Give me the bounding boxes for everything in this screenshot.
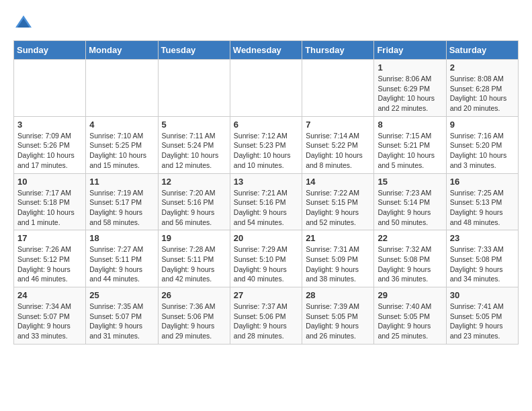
weekday-header: Wednesday — [230, 41, 302, 60]
calendar-cell — [86, 60, 158, 117]
day-number: 24 — [17, 290, 82, 300]
calendar-cell: 19Sunrise: 7:28 AM Sunset: 5:11 PM Dayli… — [158, 230, 230, 287]
calendar-cell: 30Sunrise: 7:41 AM Sunset: 5:05 PM Dayli… — [446, 287, 518, 345]
day-info: Sunrise: 7:22 AM Sunset: 5:15 PM Dayligh… — [306, 188, 370, 228]
calendar-week-row: 17Sunrise: 7:26 AM Sunset: 5:12 PM Dayli… — [14, 230, 519, 287]
calendar-cell — [302, 60, 374, 117]
calendar-cell: 12Sunrise: 7:20 AM Sunset: 5:16 PM Dayli… — [158, 173, 230, 230]
calendar-cell: 29Sunrise: 7:40 AM Sunset: 5:05 PM Dayli… — [374, 287, 446, 345]
weekday-header: Monday — [86, 41, 158, 60]
day-info: Sunrise: 7:10 AM Sunset: 5:25 PM Dayligh… — [89, 131, 154, 171]
day-number: 27 — [234, 290, 298, 300]
day-number: 2 — [450, 62, 515, 73]
day-number: 21 — [306, 233, 370, 243]
calendar-cell: 27Sunrise: 7:37 AM Sunset: 5:06 PM Dayli… — [230, 287, 302, 345]
day-info: Sunrise: 7:26 AM Sunset: 5:12 PM Dayligh… — [17, 244, 82, 284]
day-info: Sunrise: 7:19 AM Sunset: 5:17 PM Dayligh… — [89, 188, 154, 228]
day-number: 22 — [378, 233, 442, 243]
calendar-cell: 17Sunrise: 7:26 AM Sunset: 5:12 PM Dayli… — [14, 230, 86, 287]
weekday-header: Saturday — [446, 41, 518, 60]
calendar-cell — [14, 60, 86, 117]
day-info: Sunrise: 7:29 AM Sunset: 5:10 PM Dayligh… — [234, 244, 298, 284]
calendar-cell — [158, 60, 230, 117]
day-number: 7 — [306, 120, 370, 130]
day-info: Sunrise: 7:14 AM Sunset: 5:22 PM Dayligh… — [306, 131, 370, 171]
calendar-cell: 3Sunrise: 7:09 AM Sunset: 5:26 PM Daylig… — [14, 116, 86, 173]
day-number: 4 — [89, 120, 154, 130]
calendar-cell: 11Sunrise: 7:19 AM Sunset: 5:17 PM Dayli… — [86, 173, 158, 230]
weekday-header: Thursday — [302, 41, 374, 60]
weekday-header: Friday — [374, 41, 446, 60]
calendar-cell: 14Sunrise: 7:22 AM Sunset: 5:15 PM Dayli… — [302, 173, 374, 230]
calendar-cell: 24Sunrise: 7:34 AM Sunset: 5:07 PM Dayli… — [14, 287, 86, 345]
day-info: Sunrise: 7:16 AM Sunset: 5:20 PM Dayligh… — [450, 131, 515, 171]
calendar-cell: 6Sunrise: 7:12 AM Sunset: 5:23 PM Daylig… — [230, 116, 302, 173]
day-number: 18 — [89, 233, 154, 243]
logo-icon — [13, 13, 34, 34]
calendar-cell: 28Sunrise: 7:39 AM Sunset: 5:05 PM Dayli… — [302, 287, 374, 345]
day-info: Sunrise: 7:28 AM Sunset: 5:11 PM Dayligh… — [162, 244, 226, 284]
day-number: 20 — [234, 233, 298, 243]
calendar-week-row: 1Sunrise: 8:06 AM Sunset: 6:29 PM Daylig… — [14, 60, 519, 117]
day-info: Sunrise: 7:36 AM Sunset: 5:06 PM Dayligh… — [162, 302, 226, 341]
day-number: 10 — [17, 177, 82, 187]
calendar-cell: 4Sunrise: 7:10 AM Sunset: 5:25 PM Daylig… — [86, 116, 158, 173]
day-number: 29 — [378, 290, 442, 300]
day-number: 12 — [162, 177, 226, 187]
calendar-cell: 10Sunrise: 7:17 AM Sunset: 5:18 PM Dayli… — [14, 173, 86, 230]
day-number: 28 — [306, 290, 370, 300]
day-info: Sunrise: 7:33 AM Sunset: 5:08 PM Dayligh… — [450, 244, 515, 284]
calendar-table: SundayMondayTuesdayWednesdayThursdayFrid… — [13, 40, 519, 345]
day-info: Sunrise: 7:23 AM Sunset: 5:14 PM Dayligh… — [378, 188, 442, 228]
calendar-cell: 25Sunrise: 7:35 AM Sunset: 5:07 PM Dayli… — [86, 287, 158, 345]
day-info: Sunrise: 7:12 AM Sunset: 5:23 PM Dayligh… — [234, 131, 298, 171]
calendar-week-row: 3Sunrise: 7:09 AM Sunset: 5:26 PM Daylig… — [14, 116, 519, 173]
weekday-header: Sunday — [14, 41, 86, 60]
day-info: Sunrise: 7:27 AM Sunset: 5:11 PM Dayligh… — [89, 244, 154, 284]
calendar-cell: 7Sunrise: 7:14 AM Sunset: 5:22 PM Daylig… — [302, 116, 374, 173]
day-info: Sunrise: 7:09 AM Sunset: 5:26 PM Dayligh… — [17, 131, 82, 171]
day-number: 26 — [162, 290, 226, 300]
day-info: Sunrise: 7:11 AM Sunset: 5:24 PM Dayligh… — [162, 131, 226, 171]
day-info: Sunrise: 7:40 AM Sunset: 5:05 PM Dayligh… — [378, 302, 442, 341]
day-number: 8 — [378, 120, 442, 130]
calendar-cell: 23Sunrise: 7:33 AM Sunset: 5:08 PM Dayli… — [446, 230, 518, 287]
day-info: Sunrise: 7:37 AM Sunset: 5:06 PM Dayligh… — [234, 302, 298, 341]
day-info: Sunrise: 7:35 AM Sunset: 5:07 PM Dayligh… — [89, 302, 154, 341]
day-number: 9 — [450, 120, 515, 130]
calendar-cell: 13Sunrise: 7:21 AM Sunset: 5:16 PM Dayli… — [230, 173, 302, 230]
calendar-week-row: 24Sunrise: 7:34 AM Sunset: 5:07 PM Dayli… — [14, 287, 519, 345]
calendar-cell: 15Sunrise: 7:23 AM Sunset: 5:14 PM Dayli… — [374, 173, 446, 230]
day-info: Sunrise: 7:41 AM Sunset: 5:05 PM Dayligh… — [450, 302, 515, 341]
logo — [13, 13, 36, 34]
calendar-cell: 8Sunrise: 7:15 AM Sunset: 5:21 PM Daylig… — [374, 116, 446, 173]
calendar-week-row: 10Sunrise: 7:17 AM Sunset: 5:18 PM Dayli… — [14, 173, 519, 230]
day-info: Sunrise: 7:25 AM Sunset: 5:13 PM Dayligh… — [450, 188, 515, 228]
day-info: Sunrise: 7:17 AM Sunset: 5:18 PM Dayligh… — [17, 188, 82, 228]
day-number: 25 — [89, 290, 154, 300]
day-number: 11 — [89, 177, 154, 187]
page-header — [13, 13, 519, 34]
day-number: 23 — [450, 233, 515, 243]
weekday-header-row: SundayMondayTuesdayWednesdayThursdayFrid… — [14, 41, 519, 60]
day-info: Sunrise: 7:32 AM Sunset: 5:08 PM Dayligh… — [378, 244, 442, 284]
day-info: Sunrise: 8:06 AM Sunset: 6:29 PM Dayligh… — [378, 74, 442, 113]
day-info: Sunrise: 7:20 AM Sunset: 5:16 PM Dayligh… — [162, 188, 226, 228]
calendar-cell: 1Sunrise: 8:06 AM Sunset: 6:29 PM Daylig… — [374, 60, 446, 117]
day-number: 6 — [234, 120, 298, 130]
day-number: 13 — [234, 177, 298, 187]
weekday-header: Tuesday — [158, 41, 230, 60]
day-info: Sunrise: 8:08 AM Sunset: 6:28 PM Dayligh… — [450, 74, 515, 113]
day-info: Sunrise: 7:21 AM Sunset: 5:16 PM Dayligh… — [234, 188, 298, 228]
day-number: 17 — [17, 233, 82, 243]
calendar-cell — [230, 60, 302, 117]
day-number: 5 — [162, 120, 226, 130]
day-number: 19 — [162, 233, 226, 243]
calendar-cell: 20Sunrise: 7:29 AM Sunset: 5:10 PM Dayli… — [230, 230, 302, 287]
day-number: 3 — [17, 120, 82, 130]
day-info: Sunrise: 7:31 AM Sunset: 5:09 PM Dayligh… — [306, 244, 370, 284]
day-info: Sunrise: 7:39 AM Sunset: 5:05 PM Dayligh… — [306, 302, 370, 341]
calendar-cell: 5Sunrise: 7:11 AM Sunset: 5:24 PM Daylig… — [158, 116, 230, 173]
day-number: 15 — [378, 177, 442, 187]
day-number: 1 — [378, 62, 442, 73]
